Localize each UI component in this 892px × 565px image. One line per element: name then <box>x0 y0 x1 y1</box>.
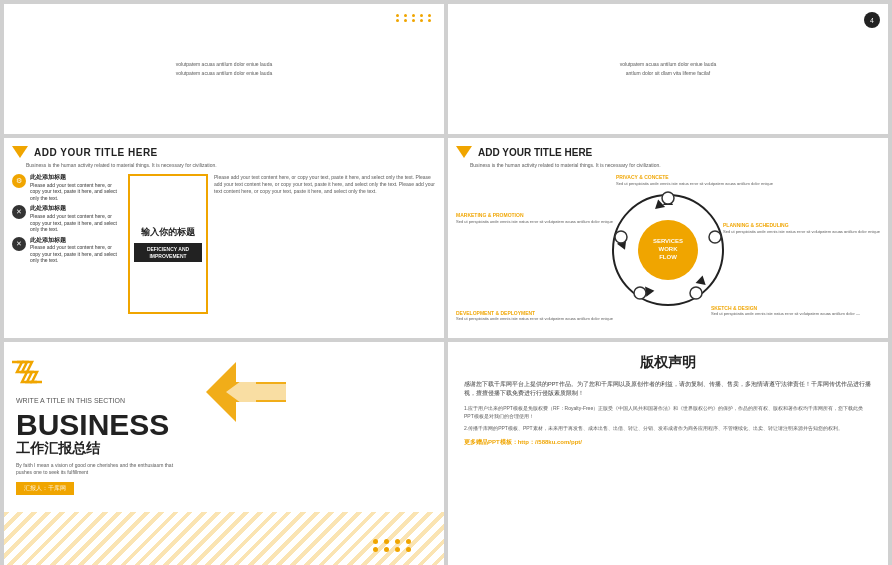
dot <box>396 14 399 17</box>
svg-point-16 <box>615 231 627 243</box>
svg-point-14 <box>690 287 702 299</box>
triangle-icon-2 <box>456 146 472 158</box>
svg-text:WORK: WORK <box>659 246 679 252</box>
slide-4-title: ADD YOUR TITLE HERE <box>478 147 592 158</box>
dot <box>412 14 415 17</box>
wheel-label-dev: DEVELOPMENT & DEPLOYMENT Sed ut perspici… <box>456 310 613 322</box>
dot <box>428 19 431 22</box>
list-item-1: ⚙ 此处添加标题 Please add your text content he… <box>12 174 122 201</box>
slide-3-header: ADD YOUR TITLE HERE <box>12 146 436 158</box>
slide-2-content: volutpatem acuas antilum dolor eniue lau… <box>620 59 716 80</box>
dots-pattern <box>396 14 434 22</box>
dot-item <box>406 539 411 544</box>
dot-item <box>384 547 389 552</box>
copyright-item-1: 1.应于用户出来的PPT模板是免版权费（RF：Royalty-Free）正版受《… <box>464 404 872 420</box>
squiggle-decoration <box>12 357 62 401</box>
slide-3-subtitle: Business is the human activity related t… <box>12 162 436 168</box>
wheel-label-planning: PLANNING & SCHEDULING Sed ut perspiciati… <box>723 222 880 234</box>
svg-text:FLOW: FLOW <box>659 254 677 260</box>
list-item-3: ✕ 此处添加标题 Please add your text content he… <box>12 237 122 264</box>
section-write-title: WRITE A TITLE IN THIS SECTION <box>16 397 432 404</box>
copyright-link: 更多赠品PPT模板：http：//588ku.com/ppt/ <box>464 438 872 447</box>
dots-grid <box>373 539 414 552</box>
item-2-text: 此处添加标题 Please add your text content here… <box>30 205 122 232</box>
copyright-intro: 感谢您下载千库网平台上提供的PPT作品。为了您和千库网以及原创作者的利益，请勿复… <box>464 380 872 398</box>
dot <box>396 19 399 22</box>
svg-point-12 <box>662 192 674 204</box>
item-3-text: 此处添加标题 Please add your text content here… <box>30 237 122 264</box>
wheel-label-marketing: MARKETING & PROMOTION Sed ut perspiciati… <box>456 212 613 224</box>
left-list: ⚙ 此处添加标题 Please add your text content he… <box>12 174 122 314</box>
slide-2-text-extra: antlum dolor sit dlam vita lifeme facila… <box>620 70 716 78</box>
slide-4-subtitle: Business is the human activity related t… <box>456 162 880 168</box>
slide-5: WRITE A TITLE IN THIS SECTION BUSINESS 工… <box>4 342 444 565</box>
slide-2-text: volutpatem acuas antilum dolor eniue lau… <box>620 61 716 69</box>
wheel-label-sketch: SKETCH & DESIGN Sed ut perspiciatis unde… <box>711 305 860 317</box>
list-item-2: ✕ 此处添加标题 Please add your text content he… <box>12 205 122 232</box>
settings-icon: ✕ <box>12 237 26 251</box>
slide-5-content: WRITE A TITLE IN THIS SECTION BUSINESS 工… <box>16 397 432 495</box>
copyright-item-2: 2.传播千库网的PPT模板、PPT素材，未来用于再发售、成本出售、出借、转让、分… <box>464 424 872 432</box>
svg-point-13 <box>709 231 721 243</box>
dot <box>420 19 423 22</box>
slide-4-header: ADD YOUR TITLE HERE <box>456 146 880 158</box>
dot <box>412 19 415 22</box>
slide-3: ADD YOUR TITLE HERE Business is the huma… <box>4 138 444 338</box>
dot <box>404 14 407 17</box>
slide-3-title: ADD YOUR TITLE HERE <box>34 147 158 158</box>
dot-item <box>373 547 378 552</box>
wheel-container: SERVICES WORK FLOW ⚙ <box>456 172 880 327</box>
dot <box>404 19 407 22</box>
wheel-label-privacy: PRIVACY & CONCETE Sed ut perspiciatis un… <box>616 174 773 186</box>
deficiency-text: DEFICIENCY ANDIMPROVEMENT <box>147 246 189 259</box>
number-badge: 4 <box>864 12 880 28</box>
right-text-block: Please add your text content here, or co… <box>214 174 436 314</box>
slide-1-content: volutpatem acuas antilum dolor eniue lau… <box>176 59 272 80</box>
tool-icon: ✕ <box>12 205 26 219</box>
slide-6: 版权声明 感谢您下载千库网平台上提供的PPT作品。为了您和千库网以及原创作者的利… <box>448 342 888 565</box>
svg-marker-6 <box>694 275 706 287</box>
cn-input-title: 输入你的标题 <box>141 226 195 239</box>
item-1-text: 此处添加标题 Please add your text content here… <box>30 174 122 201</box>
slide-1-text2: volutpatem acuas antilum dolor eniue lau… <box>176 70 272 78</box>
dot <box>420 14 423 17</box>
gear-icon: ⚙ <box>12 174 26 188</box>
svg-point-15 <box>634 287 646 299</box>
big-business-title: BUSINESS <box>16 410 432 440</box>
triangle-icon <box>12 146 28 158</box>
center-box: 输入你的标题 DEFICIENCY ANDIMPROVEMENT <box>128 174 208 314</box>
services-wheel-svg: SERVICES WORK FLOW ⚙ <box>608 190 728 310</box>
slide-1-text: volutpatem acuas antilum dolor eniue lau… <box>176 61 272 69</box>
slide-4: ADD YOUR TITLE HERE Business is the huma… <box>448 138 888 338</box>
dot-item <box>384 539 389 544</box>
byline-text: By faith I mean a vision of good one che… <box>16 462 176 476</box>
dot-item <box>406 547 411 552</box>
deficiency-label: DEFICIENCY ANDIMPROVEMENT <box>134 243 202 262</box>
dot-item <box>395 547 400 552</box>
dot <box>428 14 431 17</box>
reporter-badge: 汇报人：千库网 <box>16 482 74 495</box>
slide-2: volutpatem acuas antilum dolor eniue lau… <box>448 4 888 134</box>
slide-1: volutpatem acuas antilum dolor eniue lau… <box>4 4 444 134</box>
slide-3-body: ⚙ 此处添加标题 Please add your text content he… <box>12 174 436 314</box>
svg-text:SERVICES: SERVICES <box>653 238 683 244</box>
copyright-title: 版权声明 <box>464 354 872 372</box>
dot-item <box>373 539 378 544</box>
dot-item <box>395 539 400 544</box>
cn-work-title: 工作汇报总结 <box>16 440 432 458</box>
